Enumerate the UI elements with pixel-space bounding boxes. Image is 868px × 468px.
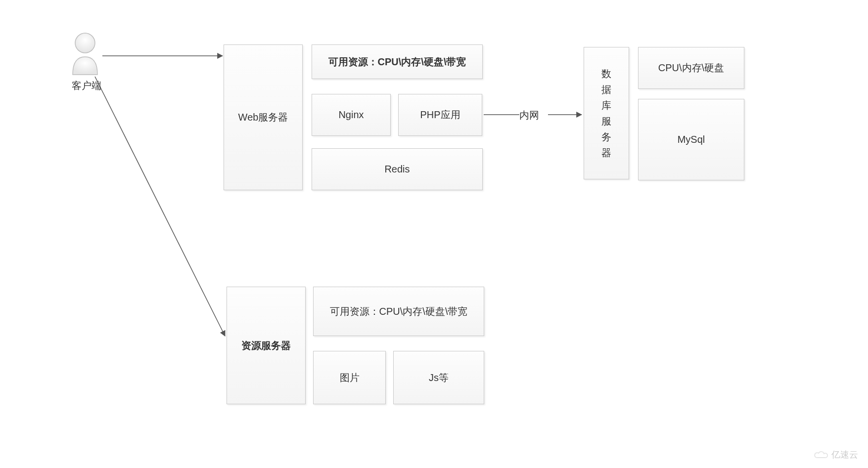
client-user-icon bbox=[68, 31, 102, 76]
redis-label: Redis bbox=[384, 164, 410, 175]
img-label: 图片 bbox=[340, 371, 360, 384]
cloud-icon bbox=[814, 450, 828, 460]
mysql-box: MySql bbox=[638, 99, 744, 180]
intranet-label: 内网 bbox=[519, 109, 539, 122]
img-box: 图片 bbox=[313, 351, 386, 404]
js-box: Js等 bbox=[393, 351, 484, 404]
svg-point-4 bbox=[75, 33, 95, 53]
resource-resources-label: 可用资源：CPU\内存\硬盘\带宽 bbox=[330, 305, 468, 318]
nginx-box: Nginx bbox=[312, 94, 391, 136]
db-spec-label: CPU\内存\硬盘 bbox=[658, 61, 724, 75]
db-spec-box: CPU\内存\硬盘 bbox=[638, 47, 744, 89]
watermark-text: 亿速云 bbox=[831, 449, 858, 461]
db-server-title: 数据库服务器 bbox=[601, 66, 611, 161]
watermark: 亿速云 bbox=[814, 449, 858, 461]
web-resources-label: 可用资源：CPU\内存\硬盘\带宽 bbox=[328, 55, 466, 69]
web-server-title: Web服务器 bbox=[238, 111, 288, 124]
js-label: Js等 bbox=[429, 371, 449, 384]
resource-resources-box: 可用资源：CPU\内存\硬盘\带宽 bbox=[313, 287, 484, 336]
resource-server-title: 资源服务器 bbox=[241, 339, 291, 352]
php-label: PHP应用 bbox=[420, 108, 460, 122]
db-server-box: 数据库服务器 bbox=[584, 47, 629, 179]
mysql-label: MySql bbox=[678, 134, 705, 145]
client-label: 客户端 bbox=[69, 79, 104, 92]
php-box: PHP应用 bbox=[398, 94, 482, 136]
resource-server-box: 资源服务器 bbox=[227, 287, 306, 404]
web-resources-box: 可用资源：CPU\内存\硬盘\带宽 bbox=[312, 44, 483, 79]
redis-box: Redis bbox=[312, 148, 483, 190]
svg-line-1 bbox=[95, 77, 225, 336]
nginx-label: Nginx bbox=[338, 109, 364, 121]
web-server-box: Web服务器 bbox=[224, 44, 303, 190]
